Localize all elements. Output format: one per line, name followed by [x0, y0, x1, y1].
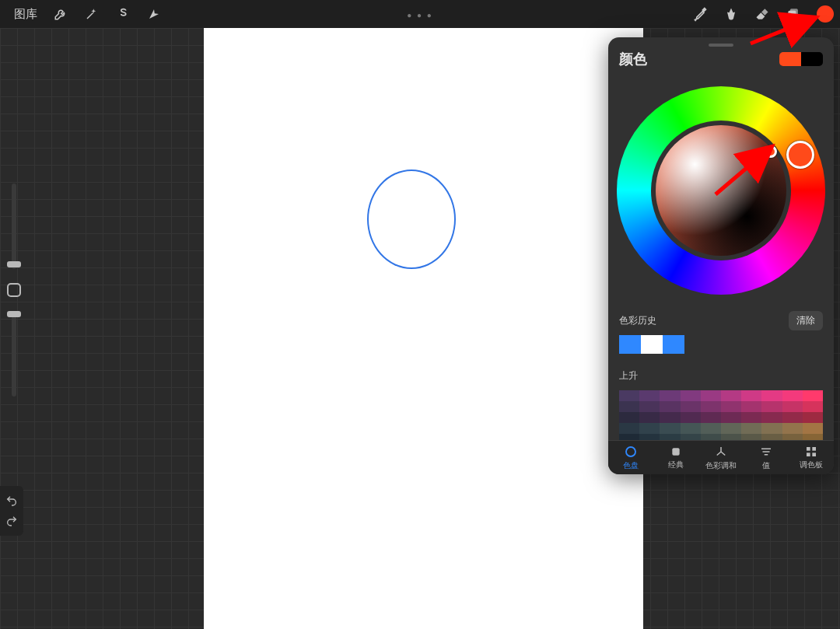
current-color-button[interactable]	[817, 5, 834, 23]
trend-swatch[interactable]	[639, 423, 660, 434]
trend-swatch[interactable]	[681, 390, 701, 401]
trend-swatch[interactable]	[701, 401, 721, 412]
trend-swatch[interactable]	[681, 401, 701, 412]
trend-swatch[interactable]	[619, 390, 639, 401]
trend-swatch[interactable]	[803, 412, 823, 423]
trend-swatch[interactable]	[761, 423, 782, 434]
trend-swatch[interactable]	[782, 412, 803, 423]
eraser-icon[interactable]	[747, 0, 778, 28]
gallery-button[interactable]: 图库	[6, 7, 45, 22]
top-dots-icon: ● ● ●	[407, 11, 433, 19]
tab-harmony[interactable]: 色彩调和	[698, 441, 744, 474]
trend-swatch[interactable]	[660, 412, 680, 423]
top-toolbar: 图库 ● ● ●	[0, 0, 840, 28]
hue-handle[interactable]	[786, 141, 814, 169]
top-toolbar-right	[684, 0, 840, 28]
history-swatch[interactable]	[619, 335, 641, 354]
tab-label: 经典	[668, 460, 684, 470]
color-panel-header: 颜色	[608, 50, 834, 78]
trend-swatch[interactable]	[660, 401, 680, 412]
trend-swatch[interactable]	[741, 390, 761, 401]
opacity-slider[interactable]	[12, 311, 16, 397]
smudge-icon[interactable]	[716, 0, 747, 28]
trend-swatch[interactable]	[619, 412, 639, 423]
trend-swatch[interactable]	[761, 390, 782, 401]
history-swatch[interactable]	[663, 335, 684, 354]
brush-size-slider[interactable]	[12, 183, 16, 269]
tab-label: 值	[762, 460, 770, 471]
drawn-ellipse-shape	[367, 169, 456, 269]
color-panel: 颜色 色彩历史 清除 上升 色盘经典色彩调和值调色板	[608, 37, 834, 474]
trending-label: 上升	[619, 369, 638, 383]
trend-swatch[interactable]	[721, 390, 741, 401]
history-swatches[interactable]	[608, 335, 834, 362]
trend-swatch[interactable]	[803, 401, 823, 412]
history-swatch[interactable]	[641, 335, 663, 354]
trend-swatch[interactable]	[782, 423, 803, 434]
saturation-handle[interactable]	[765, 145, 777, 158]
history-header-row: 色彩历史 清除	[608, 303, 834, 335]
trend-swatch[interactable]	[660, 423, 680, 434]
trend-swatch[interactable]	[803, 390, 823, 401]
svg-rect-8	[812, 447, 816, 451]
trend-swatch[interactable]	[803, 423, 823, 434]
color-panel-title: 颜色	[619, 50, 647, 68]
tab-disc[interactable]: 色盘	[608, 441, 653, 474]
left-side-rail	[3, 183, 25, 397]
swatch-pair[interactable]	[779, 52, 823, 66]
trend-swatch[interactable]	[741, 401, 761, 412]
canvas[interactable]	[204, 28, 643, 629]
disc-icon	[624, 445, 638, 459]
trend-swatch[interactable]	[741, 412, 761, 423]
svg-rect-3	[672, 448, 679, 455]
trend-swatch[interactable]	[619, 423, 639, 434]
saturation-disc[interactable]	[656, 125, 786, 256]
panel-grab-handle[interactable]	[709, 44, 733, 47]
tab-label: 色彩调和	[705, 460, 737, 471]
tab-classic[interactable]: 经典	[653, 441, 698, 474]
trend-swatch[interactable]	[761, 412, 782, 423]
tab-palette[interactable]: 调色板	[789, 441, 834, 474]
trend-swatch[interactable]	[741, 423, 761, 434]
actions-wrench-icon[interactable]	[45, 0, 76, 28]
redo-button[interactable]	[0, 511, 23, 531]
classic-icon	[670, 446, 682, 458]
clear-history-button[interactable]: 清除	[789, 311, 823, 330]
adjust-wand-icon[interactable]	[76, 0, 107, 28]
trend-swatch[interactable]	[639, 412, 660, 423]
layers-icon[interactable]	[778, 0, 809, 28]
trend-swatch[interactable]	[721, 423, 741, 434]
color-wheel[interactable]	[608, 78, 834, 303]
tab-label: 色盘	[623, 460, 639, 471]
brush-icon[interactable]	[684, 0, 716, 28]
trend-swatch[interactable]	[681, 423, 701, 434]
undo-button[interactable]	[0, 491, 23, 511]
trend-swatch[interactable]	[660, 390, 680, 401]
modify-button[interactable]	[7, 283, 21, 297]
trend-swatch[interactable]	[701, 423, 721, 434]
transform-arrow-icon[interactable]	[138, 0, 170, 28]
history-label: 色彩历史	[619, 314, 656, 327]
trend-swatch[interactable]	[701, 412, 721, 423]
svg-rect-7	[807, 447, 810, 451]
trend-swatch[interactable]	[782, 390, 803, 401]
selection-s-icon[interactable]	[107, 0, 138, 28]
palette-icon	[805, 446, 817, 458]
trend-swatch[interactable]	[619, 401, 639, 412]
trend-swatch[interactable]	[721, 412, 741, 423]
trend-swatch[interactable]	[721, 401, 741, 412]
svg-rect-9	[807, 453, 810, 456]
svg-point-2	[626, 447, 635, 456]
tab-label: 调色板	[800, 460, 823, 470]
harmony-icon	[714, 445, 728, 459]
trend-swatch[interactable]	[681, 412, 701, 423]
tab-value[interactable]: 值	[744, 441, 789, 474]
value-icon	[759, 445, 773, 459]
color-panel-tabs: 色盘经典色彩调和值调色板	[608, 440, 834, 474]
trend-swatch[interactable]	[701, 390, 721, 401]
undo-redo-group	[0, 486, 23, 536]
trend-swatch[interactable]	[639, 390, 660, 401]
trend-swatch[interactable]	[782, 401, 803, 412]
trend-swatch[interactable]	[761, 401, 782, 412]
trend-swatch[interactable]	[639, 401, 660, 412]
